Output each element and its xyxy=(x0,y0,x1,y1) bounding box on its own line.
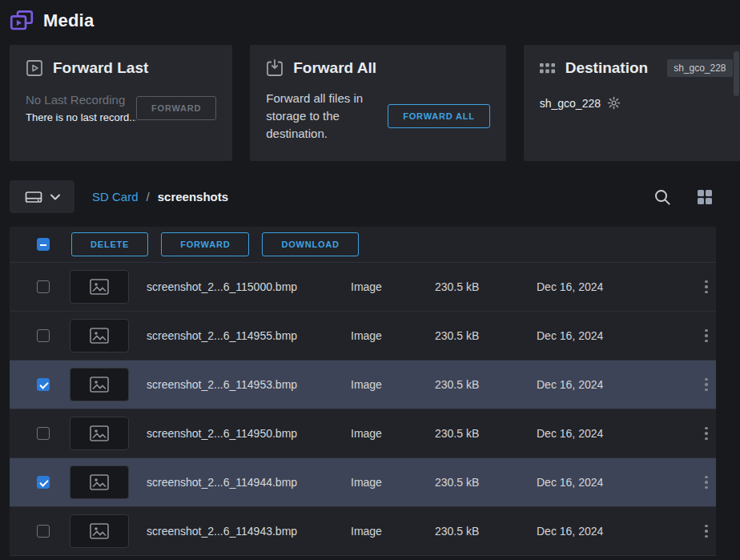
file-date: Dec 16, 2024 xyxy=(537,280,697,293)
app-header: Media xyxy=(0,0,740,38)
row-checkbox[interactable] xyxy=(37,378,50,391)
forward-all-card: Forward All Forward all files in storage… xyxy=(250,45,505,161)
table-row[interactable]: screenshot_2...6_114944.bmp Image 230.5 … xyxy=(10,458,716,507)
image-icon xyxy=(90,474,109,490)
file-size: 230.5 kB xyxy=(435,329,537,342)
summary-cards: Forward Last No Last Recording There is … xyxy=(10,45,729,161)
breadcrumb: SD Card / screenshots xyxy=(92,190,228,203)
row-checkbox[interactable] xyxy=(37,280,50,293)
file-date: Dec 16, 2024 xyxy=(537,525,697,538)
file-name: screenshot_2...6_114953.bmp xyxy=(147,378,351,391)
file-type: Image xyxy=(351,280,435,293)
file-thumbnail xyxy=(70,417,129,450)
file-type: Image xyxy=(351,378,435,391)
chevron-down-icon xyxy=(50,194,60,200)
forward-last-card: Forward Last No Last Recording There is … xyxy=(10,45,232,161)
forward-last-title: Forward Last xyxy=(53,59,148,77)
select-all-checkbox[interactable] xyxy=(37,238,50,251)
file-type: Image xyxy=(351,427,435,440)
search-icon xyxy=(654,188,671,206)
file-date: Dec 16, 2024 xyxy=(537,476,697,489)
file-name: screenshot_2...6_114955.bmp xyxy=(147,329,351,342)
file-thumbnail xyxy=(70,270,129,304)
file-name: screenshot_2...6_114943.bmp xyxy=(147,525,351,538)
file-size: 230.5 kB xyxy=(435,476,537,489)
storage-select-dropdown[interactable] xyxy=(10,180,74,213)
gear-icon[interactable] xyxy=(607,96,621,110)
file-size: 230.5 kB xyxy=(435,378,537,391)
search-button[interactable] xyxy=(650,185,674,209)
destination-title: Destination xyxy=(565,59,648,77)
file-type: Image xyxy=(351,525,435,538)
row-menu-button[interactable] xyxy=(697,324,716,348)
forward-all-title: Forward All xyxy=(293,59,376,77)
table-row[interactable]: screenshot_2...6_114955.bmp Image 230.5 … xyxy=(10,312,716,361)
file-date: Dec 16, 2024 xyxy=(537,378,697,391)
file-size: 230.5 kB xyxy=(435,427,537,440)
row-menu-button[interactable] xyxy=(697,276,716,299)
file-table: DELETE FORWARD DOWNLOAD screenshot_2...6… xyxy=(10,227,716,556)
image-icon xyxy=(90,377,109,393)
file-date: Dec 16, 2024 xyxy=(537,329,697,342)
media-library-icon xyxy=(10,10,34,32)
table-row[interactable]: screenshot_2...6_114953.bmp Image 230.5 … xyxy=(10,361,716,409)
file-name: screenshot_2...6_114950.bmp xyxy=(147,427,351,440)
bulk-action-bar: DELETE FORWARD DOWNLOAD xyxy=(10,227,716,263)
image-icon xyxy=(90,425,109,441)
breadcrumb-current-folder: screenshots xyxy=(158,190,228,203)
image-icon xyxy=(90,523,109,539)
import-box-icon xyxy=(266,59,284,77)
breadcrumb-separator: / xyxy=(147,190,150,203)
destination-card: Destination sh_gco_228 sh_gco_228 xyxy=(524,45,740,161)
table-row[interactable]: screenshot_2...6_115000.bmp Image 230.5 … xyxy=(10,263,716,312)
image-icon xyxy=(90,279,109,295)
row-menu-button[interactable] xyxy=(697,373,716,397)
page-title: Media xyxy=(43,10,94,31)
file-date: Dec 16, 2024 xyxy=(537,427,697,440)
download-button[interactable]: DOWNLOAD xyxy=(262,232,358,256)
file-name: screenshot_2...6_115000.bmp xyxy=(147,280,351,293)
file-type: Image xyxy=(351,476,435,489)
file-thumbnail xyxy=(70,368,129,401)
row-menu-button[interactable] xyxy=(697,471,716,494)
forward-all-button[interactable]: FORWARD ALL xyxy=(388,104,489,128)
destination-device-name: sh_gco_228 xyxy=(540,97,601,110)
file-size: 230.5 kB xyxy=(435,525,537,538)
file-thumbnail xyxy=(70,465,129,499)
row-checkbox[interactable] xyxy=(37,525,50,538)
scrollbar-thumb[interactable] xyxy=(734,51,739,96)
table-row[interactable]: screenshot_2...6_114943.bmp Image 230.5 … xyxy=(10,507,716,556)
forward-button[interactable]: FORWARD xyxy=(161,232,249,256)
play-square-icon xyxy=(26,59,43,77)
file-name: screenshot_2...6_114944.bmp xyxy=(147,476,351,489)
file-toolbar: SD Card / screenshots xyxy=(10,180,716,213)
no-recording-status: No Last Recording xyxy=(26,93,136,107)
breadcrumb-sd-card-link[interactable]: SD Card xyxy=(92,190,139,203)
row-checkbox[interactable] xyxy=(37,329,50,342)
forward-button-disabled[interactable]: FORWARD xyxy=(136,96,216,120)
row-menu-button[interactable] xyxy=(697,422,716,445)
file-thumbnail xyxy=(70,319,129,353)
row-checkbox[interactable] xyxy=(37,427,50,440)
delete-button[interactable]: DELETE xyxy=(71,232,148,256)
table-row[interactable]: screenshot_2...6_114950.bmp Image 230.5 … xyxy=(10,409,716,458)
row-checkbox[interactable] xyxy=(37,476,50,489)
grid-dots-icon xyxy=(540,62,556,75)
sd-card-drive-icon xyxy=(25,190,42,204)
row-menu-button[interactable] xyxy=(697,520,716,543)
destination-badge: sh_gco_228 xyxy=(667,59,732,77)
grid-view-icon xyxy=(697,189,713,205)
file-type: Image xyxy=(351,329,435,342)
forward-all-description: Forward all files in storage to the dest… xyxy=(266,90,388,142)
file-thumbnail xyxy=(70,514,129,548)
grid-view-toggle[interactable] xyxy=(694,186,716,208)
file-size: 230.5 kB xyxy=(435,280,537,293)
forward-last-text: No Last Recording There is no last recor… xyxy=(26,93,136,123)
image-icon xyxy=(90,328,109,344)
no-recording-note: There is no last record... xyxy=(26,111,136,123)
